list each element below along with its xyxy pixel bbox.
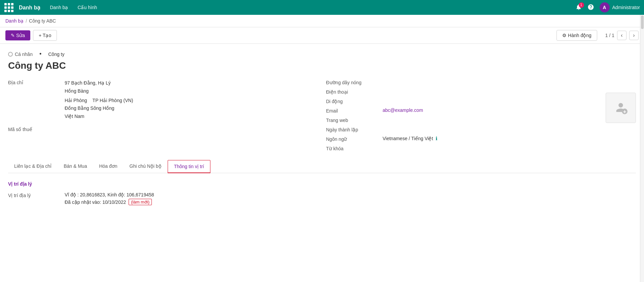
scrollbar-track[interactable]	[640, 15, 644, 282]
user-name: Administrator	[612, 5, 640, 10]
next-page-button[interactable]: ›	[629, 31, 639, 40]
address-region: Đồng Bằng Sông Hồng	[65, 104, 318, 113]
hotline-label: Đường dây nóng	[326, 79, 380, 85]
keyword-field-row: Từ khóa	[326, 145, 636, 151]
top-navigation: Danh bạ Danh bạ Cấu hình 1 A Administrat…	[0, 0, 644, 15]
company-type-label: Công ty	[48, 52, 64, 57]
action-button[interactable]: ⚙ Hành động	[556, 30, 597, 41]
pagination: 1 / 1 ‹ ›	[605, 31, 639, 40]
app-title: Danh bạ	[19, 4, 40, 11]
main-content: Cá nhân • Công ty Công ty ABC + Địa chỉ …	[0, 44, 644, 282]
individual-label: Cá nhân	[15, 52, 33, 57]
right-form-column: Đường dây nóng Điện thoại Di động Email …	[326, 79, 636, 155]
language-value: Vietnamese / Tiếng Việt ℹ	[383, 136, 636, 141]
address-city-province: Hải Phòng TP Hải Phòng (VN)	[65, 97, 318, 105]
nav-danh-ba[interactable]: Danh bạ	[46, 3, 72, 12]
breadcrumb: Danh bạ / Công ty ABC	[0, 15, 644, 27]
address-label: Địa chỉ	[8, 79, 62, 85]
keyword-label: Từ khóa	[326, 145, 380, 151]
address-province: TP Hải Phòng (VN)	[93, 97, 133, 105]
phone-field-row: Điện thoại	[326, 89, 636, 95]
website-field-row: Trang web	[326, 117, 636, 123]
breadcrumb-separator: /	[26, 18, 27, 24]
photo-placeholder-icon: +	[614, 101, 628, 115]
address-value: 97 Bạch Đằng, Hạ Lý Hồng Bàng Hải Phòng …	[65, 79, 318, 121]
scrollbar-thumb[interactable]	[641, 15, 644, 29]
page-info: 1 / 1	[605, 33, 614, 38]
language-info-icon[interactable]: ℹ	[436, 136, 437, 141]
tab-location-info[interactable]: Thông tin vị trí	[168, 160, 211, 173]
geo-section-title: Vị trí địa lý	[8, 181, 636, 187]
tabs-bar: Liên lạc & Địa chỉ Bán & Mua Hóa đơn Ghi…	[8, 160, 636, 173]
breadcrumb-current: Công ty ABC	[29, 18, 56, 24]
help-icon[interactable]	[587, 4, 594, 11]
founding-field-row: Ngày thành lập	[326, 126, 636, 132]
geo-section: Vị trí địa lý Vị trí địa lý Vĩ độ : 20,8…	[8, 181, 636, 205]
address-line2: Hồng Bàng	[65, 87, 318, 95]
email-field-row: Email abc@example.com	[326, 107, 636, 114]
geo-field-label: Vị trí địa lý	[8, 192, 62, 198]
address-line1: 97 Bạch Đằng, Hạ Lý	[65, 79, 318, 87]
language-field-row: Ngôn ngữ Vietnamese / Tiếng Việt ℹ	[326, 136, 636, 142]
prev-page-button[interactable]: ‹	[617, 31, 626, 40]
tab-contact-address[interactable]: Liên lạc & Địa chỉ	[8, 160, 58, 173]
notification-icon[interactable]: 1	[575, 4, 582, 11]
address-city: Hải Phòng	[65, 97, 87, 105]
hotline-field-row: Đường dây nóng	[326, 79, 636, 85]
geo-updated-text: Đã cập nhật vào: 10/10/2022	[65, 199, 126, 205]
geo-coordinates: Vĩ độ : 20,8616823, Kinh độ: 106,6719458	[65, 192, 636, 197]
refresh-link[interactable]: (làm mới)	[129, 199, 152, 205]
email-label: Email	[326, 107, 380, 114]
tab-sales-purchase[interactable]: Bán & Mua	[58, 160, 93, 173]
toolbar: ✎ Sửa + Tạo ⚙ Hành động 1 / 1 ‹ ›	[0, 27, 644, 44]
email-value[interactable]: abc@example.com	[383, 107, 636, 113]
nav-right: 1 A Administrator	[575, 2, 640, 12]
address-country: Việt Nam	[65, 113, 318, 121]
tab-internal-notes[interactable]: Ghi chú Nội bộ	[124, 160, 168, 173]
company-name: Công ty ABC	[8, 60, 636, 71]
type-separator: •	[39, 51, 41, 58]
tax-label: Mã số thuế	[8, 126, 62, 132]
user-info[interactable]: A Administrator	[600, 2, 640, 12]
type-selector: Cá nhân • Công ty	[8, 51, 636, 58]
svg-text:+: +	[623, 108, 626, 114]
website-label: Trang web	[326, 117, 380, 123]
mobile-field-row: Di động	[326, 98, 636, 104]
breadcrumb-parent[interactable]: Danh bạ	[5, 18, 24, 24]
individual-radio[interactable]	[8, 52, 13, 57]
edit-button[interactable]: ✎ Sửa	[5, 30, 30, 40]
notif-badge: 1	[579, 2, 584, 8]
address-field-row: Địa chỉ 97 Bạch Đằng, Hạ Lý Hồng Bàng Hả…	[8, 79, 318, 121]
tab-invoice[interactable]: Hóa đơn	[93, 160, 123, 173]
nav-cau-hinh[interactable]: Cấu hình	[73, 3, 101, 12]
user-avatar: A	[600, 2, 610, 12]
individual-option[interactable]: Cá nhân	[8, 52, 33, 57]
photo-upload[interactable]: +	[606, 93, 636, 123]
geo-field-row: Vị trí địa lý Vĩ độ : 20,8616823, Kinh đ…	[8, 192, 636, 205]
mobile-label: Di động	[326, 98, 380, 104]
phone-label: Điện thoại	[326, 89, 380, 95]
create-button[interactable]: + Tạo	[33, 30, 57, 41]
language-label: Ngôn ngữ	[326, 136, 380, 142]
nav-menu: Danh bạ Cấu hình	[46, 3, 570, 12]
geo-value-block: Vĩ độ : 20,8616823, Kinh độ: 106,6719458…	[65, 192, 636, 205]
tax-field-row: Mã số thuế	[8, 126, 318, 132]
founding-label: Ngày thành lập	[326, 126, 380, 132]
app-grid-icon[interactable]	[4, 3, 13, 12]
geo-updated-row: Đã cập nhật vào: 10/10/2022 (làm mới)	[65, 199, 636, 205]
left-form-column: Địa chỉ 97 Bạch Đằng, Hạ Lý Hồng Bàng Hả…	[8, 79, 318, 155]
